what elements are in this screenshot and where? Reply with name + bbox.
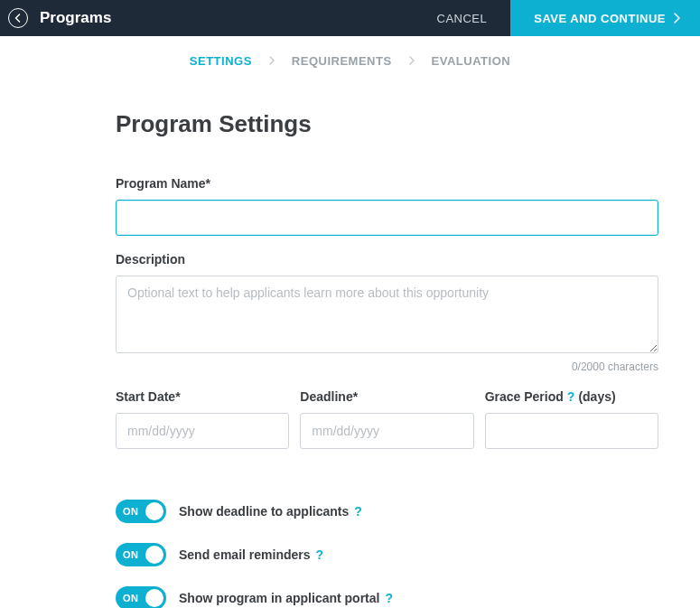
topbar-actions: CANCEL SAVE AND CONTINUE bbox=[414, 0, 700, 36]
description-label: Description bbox=[116, 252, 658, 267]
help-icon[interactable]: ? bbox=[385, 591, 393, 605]
toggle-knob bbox=[145, 589, 163, 607]
breadcrumb-step-settings[interactable]: SETTINGS bbox=[190, 54, 252, 68]
cancel-button[interactable]: CANCEL bbox=[414, 0, 511, 36]
help-icon[interactable]: ? bbox=[354, 504, 362, 519]
breadcrumb: SETTINGS REQUIREMENTS EVALUATION bbox=[0, 36, 700, 85]
toggle-knob bbox=[145, 502, 163, 520]
field-grace-period: Grace Period ? (days) bbox=[485, 389, 658, 449]
toggle-state-label: ON bbox=[123, 506, 139, 517]
description-textarea[interactable] bbox=[116, 276, 658, 353]
toggle-label-text: Show program in applicant portal bbox=[179, 591, 379, 605]
toggle-label-text: Show deadline to applicants bbox=[179, 504, 349, 519]
help-icon[interactable]: ? bbox=[567, 389, 575, 404]
save-button-label: SAVE AND CONTINUE bbox=[534, 12, 666, 25]
grace-period-label: Grace Period ? (days) bbox=[485, 389, 658, 404]
description-char-counter: 0/2000 characters bbox=[116, 360, 658, 373]
grace-period-suffix: (days) bbox=[578, 389, 615, 404]
breadcrumb-step-requirements[interactable]: REQUIREMENTS bbox=[292, 54, 392, 68]
program-name-input[interactable] bbox=[116, 200, 658, 236]
grace-period-input[interactable] bbox=[485, 413, 658, 449]
toggle-label-email-reminders: Send email reminders ? bbox=[179, 547, 323, 562]
back-arrow-icon bbox=[8, 8, 28, 28]
deadline-label: Deadline* bbox=[300, 389, 473, 404]
field-description: Description 0/2000 characters bbox=[116, 252, 658, 373]
breadcrumb-step-evaluation[interactable]: EVALUATION bbox=[432, 54, 511, 68]
topbar: Programs CANCEL SAVE AND CONTINUE bbox=[0, 0, 700, 36]
toggle-show-deadline[interactable]: ON bbox=[116, 500, 166, 523]
chevron-right-icon bbox=[268, 56, 275, 65]
start-date-label: Start Date* bbox=[116, 389, 289, 404]
page-title: Programs bbox=[36, 0, 414, 36]
content: Program Settings Program Name* Descripti… bbox=[0, 85, 700, 608]
toggle-row-show-deadline: ON Show deadline to applicants ? bbox=[116, 500, 658, 523]
deadline-input[interactable] bbox=[300, 413, 473, 449]
toggle-label-applicant-portal: Show program in applicant portal ? bbox=[179, 591, 393, 605]
back-button[interactable] bbox=[0, 0, 36, 36]
toggle-state-label: ON bbox=[123, 593, 139, 603]
save-and-continue-button[interactable]: SAVE AND CONTINUE bbox=[510, 0, 700, 36]
toggle-label-show-deadline: Show deadline to applicants ? bbox=[179, 504, 362, 519]
toggle-email-reminders[interactable]: ON bbox=[116, 543, 166, 566]
toggle-label-text: Send email reminders bbox=[179, 547, 311, 562]
toggle-knob bbox=[145, 546, 163, 564]
help-icon[interactable]: ? bbox=[316, 547, 324, 562]
start-date-input[interactable] bbox=[116, 413, 289, 449]
toggle-row-email-reminders: ON Send email reminders ? bbox=[116, 543, 658, 566]
section-heading: Program Settings bbox=[116, 110, 658, 138]
toggle-applicant-portal[interactable]: ON bbox=[116, 586, 166, 608]
field-deadline: Deadline* bbox=[300, 389, 473, 449]
grace-period-label-text: Grace Period bbox=[485, 389, 564, 404]
field-program-name: Program Name* bbox=[116, 176, 658, 236]
date-row: Start Date* Deadline* Grace Period ? (da… bbox=[116, 389, 658, 449]
toggle-state-label: ON bbox=[123, 549, 139, 560]
field-start-date: Start Date* bbox=[116, 389, 289, 449]
chevron-right-icon bbox=[408, 56, 415, 65]
program-name-label: Program Name* bbox=[116, 176, 658, 191]
toggle-row-applicant-portal: ON Show program in applicant portal ? bbox=[116, 586, 658, 608]
chevron-right-icon bbox=[673, 13, 680, 23]
toggles-section: ON Show deadline to applicants ? ON Send… bbox=[116, 500, 658, 608]
